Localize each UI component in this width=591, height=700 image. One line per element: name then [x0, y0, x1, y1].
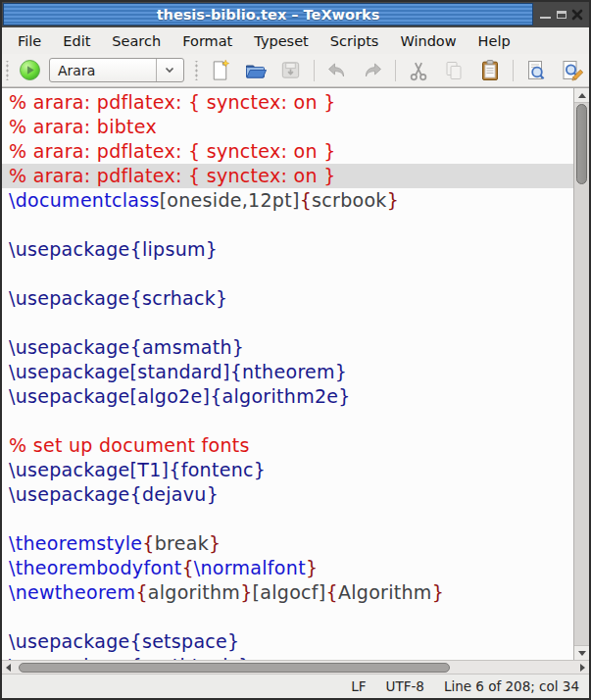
scroll-up-icon[interactable] — [574, 88, 589, 103]
code-token: % set up document fonts — [9, 434, 250, 456]
code-line[interactable]: % arara: bibtex — [9, 115, 573, 139]
code-line[interactable]: \documentclass[oneside,12pt]{scrbook} — [9, 188, 573, 213]
vertical-scrollbar[interactable] — [573, 88, 589, 660]
menu-item-edit[interactable]: Edit — [52, 30, 101, 52]
code-line[interactable]: % arara: pdflatex: { synctex: on } — [9, 90, 573, 115]
code-line[interactable]: \usepackage{lipsum} — [9, 237, 573, 262]
code-token: \theoremstyle — [9, 532, 142, 554]
code-line[interactable] — [9, 262, 573, 286]
maximize-icon[interactable] — [557, 11, 566, 19]
code-token: \usepackage{setspace} — [9, 630, 240, 652]
scroll-right-icon[interactable] — [576, 661, 589, 674]
typeset-run-button[interactable] — [18, 58, 42, 83]
code-line[interactable] — [9, 507, 573, 531]
cursor-position-indicator: Line 6 of 208; col 34 — [444, 678, 579, 694]
editor: % arara: pdflatex: { synctex: on }% arar… — [2, 87, 589, 674]
minimize-icon[interactable] — [540, 17, 551, 19]
undo-arrow-icon — [325, 59, 349, 82]
code-token: [algocf] — [253, 581, 326, 603]
code-token: } — [432, 581, 444, 603]
replace-magnifier-pencil-icon — [560, 59, 583, 82]
code-line[interactable]: \usepackage[T1]{fontenc} — [9, 458, 573, 482]
new-document-button[interactable] — [208, 57, 233, 83]
window-title: thesis-biblio.tex – TeXworks — [157, 7, 380, 23]
toolbar-grip-icon[interactable] — [5, 61, 10, 80]
code-line[interactable]: \usepackage[algo2e]{algorithm2e} — [9, 384, 573, 409]
code-token: { — [181, 557, 193, 578]
code-token: [oneside,12pt] — [160, 189, 300, 211]
code-token: { — [142, 532, 154, 554]
chevron-down-icon[interactable] — [156, 59, 183, 81]
close-icon[interactable] — [571, 6, 583, 25]
open-document-button[interactable] — [243, 57, 269, 83]
menu-item-format[interactable]: Format — [172, 30, 243, 52]
code-line[interactable] — [9, 605, 573, 629]
menu-item-help[interactable]: Help — [468, 30, 521, 52]
scroll-left-icon[interactable] — [2, 661, 15, 674]
code-line[interactable]: \usepackage{setspace} — [9, 629, 573, 654]
play-icon — [19, 59, 41, 81]
open-folder-icon — [244, 59, 268, 82]
paste-button[interactable] — [477, 57, 503, 83]
toolbar-separator — [314, 60, 315, 81]
code-token: % arara: pdflatex: { synctex: on } — [9, 140, 336, 162]
menu-bar: FileEditSearchFormatTypesetScriptsWindow… — [2, 27, 589, 54]
toolbar: Arara — [2, 54, 589, 87]
code-line[interactable]: \newtheorem{algorithm}[algocf]{Algorithm… — [9, 580, 573, 605]
code-token: \newtheorem — [9, 581, 135, 603]
menu-item-window[interactable]: Window — [389, 30, 467, 52]
code-line[interactable] — [9, 409, 573, 433]
code-token: \usepackage[algo2e]{algorithm2e} — [9, 385, 351, 407]
menu-item-scripts[interactable]: Scripts — [320, 30, 390, 52]
code-token: % arara: bibtex — [9, 116, 157, 137]
horizontal-scrollbar-thumb[interactable] — [19, 663, 450, 673]
code-line[interactable]: \usepackage[standard]{ntheorem} — [9, 360, 573, 384]
save-document-button[interactable] — [278, 57, 304, 83]
scroll-down-icon[interactable] — [574, 645, 589, 660]
code-token: % arara: pdflatex: { synctex: on } — [9, 165, 336, 186]
toolbar-grip-icon[interactable] — [194, 61, 199, 80]
code-token: { — [135, 581, 147, 603]
menu-item-typeset[interactable]: Typeset — [243, 30, 319, 52]
code-token: \documentclass — [9, 189, 160, 211]
toolbar-separator — [513, 60, 514, 81]
redo-button[interactable] — [360, 57, 385, 83]
code-line[interactable]: \theorembodyfont{\normalfont} — [9, 556, 573, 580]
code-line[interactable]: % arara: pdflatex: { synctex: on } — [2, 164, 573, 188]
code-token: \usepackage{amsmath} — [9, 336, 244, 358]
code-line[interactable]: \usepackage{amsmath} — [9, 335, 573, 360]
find-button[interactable] — [523, 57, 549, 83]
code-line[interactable]: \usepackage{dejavu} — [9, 482, 573, 507]
title-bar: thesis-biblio.tex – TeXworks — [2, 2, 589, 27]
replace-button[interactable] — [559, 57, 584, 83]
window-title-area[interactable]: thesis-biblio.tex – TeXworks — [3, 3, 533, 25]
clipboard-icon — [478, 59, 502, 82]
horizontal-scrollbar[interactable] — [2, 660, 589, 674]
status-bar: LF UTF-8 Line 6 of 208; col 34 — [2, 674, 589, 698]
code-line[interactable]: % set up document fonts — [9, 433, 573, 458]
code-token: \normalfont — [194, 557, 306, 578]
code-token: { — [326, 581, 338, 603]
code-token: break — [155, 532, 209, 554]
code-token: \usepackage{scrhack} — [9, 287, 227, 309]
code-token: } — [306, 557, 318, 578]
code-line[interactable] — [9, 213, 573, 237]
code-line[interactable]: \theoremstyle{break} — [9, 531, 573, 556]
editor-lines[interactable]: % arara: pdflatex: { synctex: on }% arar… — [2, 88, 573, 660]
code-token: } — [209, 532, 221, 554]
copy-pages-icon — [442, 59, 466, 82]
menu-item-search[interactable]: Search — [101, 30, 172, 52]
code-line[interactable] — [9, 311, 573, 335]
cut-button[interactable] — [406, 57, 431, 83]
code-token: } — [387, 189, 399, 211]
code-token: % arara: pdflatex: { synctex: on } — [9, 91, 336, 113]
code-line[interactable]: \usepackage{scrhack} — [9, 286, 573, 311]
undo-button[interactable] — [324, 57, 350, 83]
engine-selector[interactable]: Arara — [49, 58, 184, 82]
code-token: \usepackage{dejavu} — [9, 483, 219, 505]
code-line[interactable]: % arara: pdflatex: { synctex: on } — [9, 139, 573, 164]
menu-item-file[interactable]: File — [7, 30, 52, 52]
copy-button[interactable] — [441, 57, 467, 83]
vertical-scrollbar-thumb[interactable] — [576, 104, 587, 184]
redo-arrow-icon — [361, 59, 384, 82]
